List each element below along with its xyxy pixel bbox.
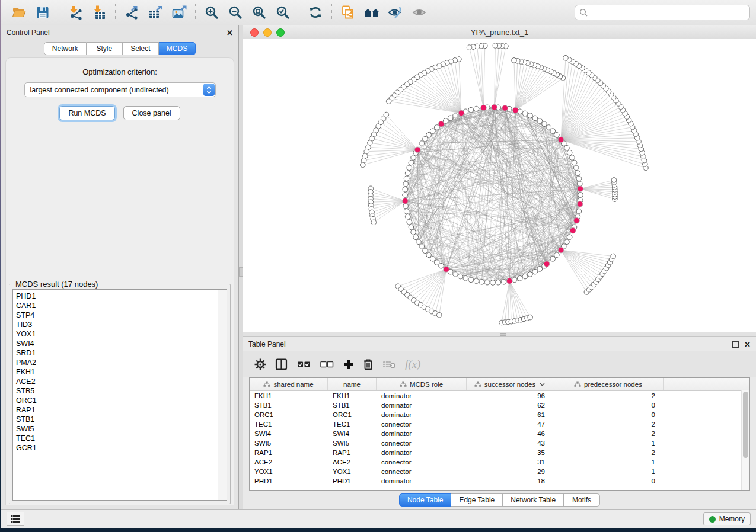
column-header-mcds-role[interactable]: MCDS role — [377, 378, 467, 390]
list-item[interactable]: TID3 — [16, 320, 217, 329]
list-item[interactable]: STB5 — [16, 386, 217, 396]
cell-name[interactable]: PHD1 — [328, 477, 377, 485]
cell-shared-name[interactable]: ACE2 — [250, 459, 328, 466]
list-item[interactable]: TEC1 — [16, 434, 217, 443]
cell-mcds-role[interactable]: connector — [377, 468, 467, 475]
cell-predecessor-nodes[interactable]: 1 — [553, 440, 664, 447]
show-eye-icon[interactable] — [407, 2, 431, 23]
cell-shared-name[interactable]: ORC1 — [250, 411, 328, 418]
tab-select[interactable]: Select — [123, 42, 159, 55]
import-table-icon[interactable] — [87, 2, 111, 23]
tab-style[interactable]: Style — [87, 42, 123, 55]
cell-successor-nodes[interactable]: 29 — [467, 468, 553, 475]
horizontal-splitter[interactable] — [243, 332, 756, 337]
window-zoom-icon[interactable] — [276, 28, 285, 37]
cell-mcds-role[interactable]: dominator — [377, 392, 467, 399]
network-view[interactable] — [243, 39, 756, 332]
cell-mcds-role[interactable]: dominator — [377, 449, 467, 456]
cell-shared-name[interactable]: FKH1 — [250, 392, 328, 399]
list-item[interactable]: STB1 — [16, 415, 217, 424]
zoom-selected-icon[interactable] — [271, 2, 295, 23]
cell-predecessor-nodes[interactable]: 1 — [553, 459, 664, 466]
close-panel-icon[interactable]: ✕ — [227, 30, 233, 36]
tab-edge-table[interactable]: Edge Table — [451, 493, 503, 507]
cell-mcds-role[interactable]: dominator — [377, 402, 467, 409]
run-mcds-button[interactable]: Run MCDS — [59, 106, 114, 120]
vertical-splitter[interactable] — [239, 25, 243, 509]
table-scrollbar[interactable] — [741, 390, 749, 490]
cell-shared-name[interactable]: PHD1 — [250, 477, 328, 485]
cell-shared-name[interactable]: RAP1 — [250, 449, 328, 456]
show-column-panel-icon[interactable] — [275, 355, 289, 373]
cell-name[interactable]: TEC1 — [328, 421, 377, 428]
task-history-button[interactable] — [7, 512, 24, 526]
cell-predecessor-nodes[interactable]: 2 — [553, 449, 664, 456]
column-header-name[interactable]: name — [328, 378, 377, 390]
cell-successor-nodes[interactable]: 96 — [467, 392, 553, 399]
table-row[interactable]: SWI4SWI4dominator462 — [250, 429, 749, 438]
list-item[interactable]: YOX1 — [16, 329, 217, 339]
list-item[interactable]: SRD1 — [16, 348, 217, 358]
tab-network[interactable]: Network — [44, 42, 87, 55]
delete-column-trash-icon[interactable] — [362, 355, 374, 373]
cell-shared-name[interactable]: SWI4 — [250, 430, 328, 437]
tab-mcds[interactable]: MCDS — [159, 42, 196, 55]
create-column-plus-icon[interactable] — [343, 355, 355, 373]
cell-successor-nodes[interactable]: 61 — [467, 411, 553, 418]
cell-name[interactable]: FKH1 — [328, 392, 377, 399]
list-item[interactable]: FKH1 — [16, 367, 217, 377]
refresh-view-icon[interactable] — [304, 2, 327, 23]
cell-successor-nodes[interactable]: 18 — [467, 477, 553, 485]
cell-predecessor-nodes[interactable]: 0 — [553, 411, 664, 418]
cell-successor-nodes[interactable]: 31 — [467, 459, 553, 466]
tab-network-table[interactable]: Network Table — [503, 493, 564, 507]
cell-successor-nodes[interactable]: 62 — [467, 402, 553, 409]
show-all-icon[interactable] — [360, 2, 384, 23]
select-all-columns-icon[interactable] — [296, 355, 312, 373]
cell-shared-name[interactable]: STB1 — [250, 402, 328, 409]
table-row[interactable]: YOX1YOX1connector291 — [250, 467, 749, 476]
list-item[interactable]: SWI4 — [16, 339, 217, 348]
cell-successor-nodes[interactable]: 46 — [467, 430, 553, 437]
window-close-icon[interactable] — [250, 28, 259, 37]
cell-mcds-role[interactable]: connector — [377, 459, 467, 466]
window-minimize-icon[interactable] — [263, 28, 272, 37]
save-session-icon[interactable] — [31, 2, 55, 23]
cell-shared-name[interactable]: YOX1 — [250, 468, 328, 475]
table-row[interactable]: STB1STB1dominator620 — [250, 400, 749, 410]
table-row[interactable]: SWI5SWI5connector431 — [250, 438, 749, 448]
clone-network-icon[interactable] — [336, 2, 360, 23]
list-item[interactable]: PMA2 — [16, 358, 217, 367]
cell-mcds-role[interactable]: dominator — [377, 411, 467, 418]
zoom-fit-icon[interactable] — [247, 2, 271, 23]
list-item[interactable]: CAR1 — [16, 301, 217, 310]
cell-name[interactable]: YOX1 — [328, 468, 377, 475]
cell-mcds-role[interactable]: dominator — [377, 477, 467, 485]
table-row[interactable]: PHD1PHD1dominator180 — [250, 476, 749, 486]
mcds-result-list[interactable]: PHD1CAR1STP4TID3YOX1SWI4SRD1PMA2FKH1ACE2… — [12, 289, 227, 501]
export-table-icon[interactable] — [143, 2, 167, 23]
list-item[interactable]: STP4 — [16, 310, 217, 320]
search-input[interactable] — [591, 8, 745, 17]
table-row[interactable]: FKH1FKH1dominator962 — [250, 391, 749, 400]
search-box[interactable] — [575, 5, 750, 20]
export-image-icon[interactable] — [167, 2, 191, 23]
cell-name[interactable]: ORC1 — [328, 411, 377, 418]
table-row[interactable]: TEC1TEC1connector472 — [250, 419, 749, 429]
cell-name[interactable]: RAP1 — [328, 449, 377, 456]
cell-shared-name[interactable]: TEC1 — [250, 421, 328, 428]
list-item[interactable]: GCR1 — [16, 443, 217, 453]
cell-mcds-role[interactable]: connector — [377, 421, 467, 428]
hide-selected-icon[interactable] — [384, 2, 407, 23]
import-network-icon[interactable] — [63, 2, 87, 23]
float-panel-icon[interactable] — [732, 341, 739, 348]
zoom-in-icon[interactable] — [200, 2, 224, 23]
cell-name[interactable]: ACE2 — [328, 459, 377, 466]
tab-motifs[interactable]: Motifs — [564, 493, 600, 507]
list-item[interactable]: RAP1 — [16, 405, 217, 415]
cell-name[interactable]: SWI5 — [328, 440, 377, 447]
cell-predecessor-nodes[interactable]: 0 — [553, 477, 664, 485]
cell-name[interactable]: SWI4 — [328, 430, 377, 437]
list-item[interactable]: ORC1 — [16, 396, 217, 405]
cell-mcds-role[interactable]: dominator — [377, 430, 467, 437]
